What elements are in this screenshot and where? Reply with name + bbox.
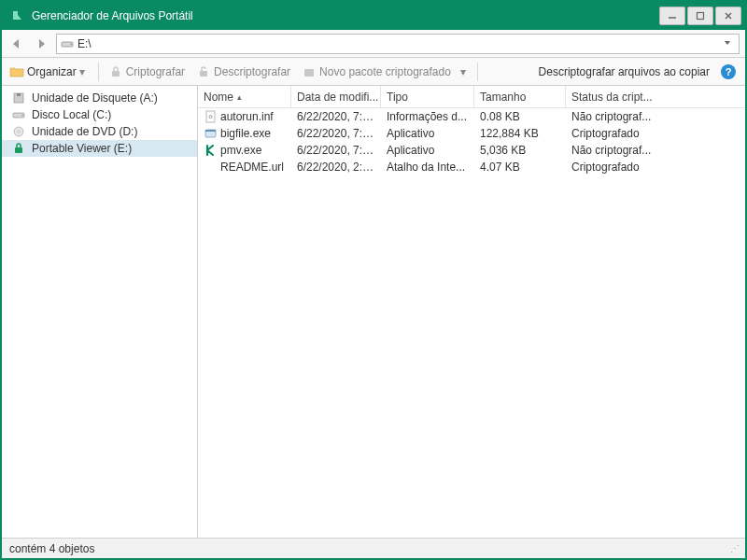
decrypt-on-copy-toggle[interactable]: Descriptografar arquivos ao copiar — [539, 65, 713, 78]
svg-point-12 — [21, 115, 23, 117]
file-row[interactable]: bigfile.exe 6/22/2020, 7:5... Aplicativo… — [198, 125, 745, 142]
file-size: 5,036 KB — [474, 144, 566, 157]
col-label: Nome — [204, 91, 233, 104]
organize-button[interactable]: Organizar ▾ — [7, 63, 91, 81]
decrypt-button[interactable]: Descriptografar — [194, 63, 292, 81]
file-type: Atalho da Inte... — [381, 161, 474, 174]
col-modified[interactable]: Data de modifi... — [291, 86, 381, 107]
file-row[interactable]: pmv.exe 6/22/2020, 7:5... Aplicativo 5,0… — [198, 142, 745, 159]
folder-icon — [9, 64, 24, 79]
divider — [477, 63, 478, 81]
svg-rect-6 — [112, 71, 120, 77]
path-text: E:\ — [78, 37, 720, 50]
file-size: 122,884 KB — [474, 127, 566, 140]
svg-rect-19 — [205, 130, 216, 132]
svg-rect-7 — [200, 71, 207, 77]
svg-rect-8 — [304, 69, 314, 77]
file-list: Nome ▴ Data de modifi... Tipo Tamanho St… — [198, 86, 745, 538]
status-text: contém 4 objetos — [9, 542, 94, 555]
unlock-icon — [196, 64, 211, 79]
tree-label: Unidade de DVD (D:) — [32, 125, 137, 138]
statusbar: contém 4 objetos ⋰ — [2, 538, 745, 558]
maximize-button[interactable] — [687, 7, 713, 25]
new-package-label: Novo pacote criptografado — [319, 65, 451, 78]
organize-label: Organizar — [27, 65, 77, 78]
svg-rect-10 — [17, 93, 21, 96]
inf-file-icon — [204, 110, 217, 123]
lock-icon — [108, 64, 123, 79]
address-bar[interactable]: E:\ — [56, 34, 740, 54]
file-modified: 6/22/2020, 7:5... — [291, 127, 381, 140]
url-file-icon — [204, 161, 217, 174]
svg-rect-16 — [206, 111, 215, 122]
address-dropdown[interactable] — [720, 37, 735, 50]
file-status: Criptografado — [566, 161, 678, 174]
floppy-icon — [11, 91, 26, 105]
file-size: 0.08 KB — [474, 110, 566, 123]
tree-item-floppy-a[interactable]: Unidade de Disquete (A:) — [2, 90, 197, 106]
file-modified: 6/22/2020, 7:5... — [291, 110, 381, 123]
svg-point-5 — [70, 43, 72, 45]
col-status[interactable]: Status da cript... — [566, 86, 678, 107]
file-type: Informações d... — [381, 110, 474, 123]
tree-label: Unidade de Disquete (A:) — [32, 91, 158, 105]
file-size: 4.07 KB — [474, 161, 566, 174]
file-modified: 6/22/2020, 2:4... — [291, 161, 381, 174]
package-icon — [302, 64, 317, 79]
back-button[interactable] — [7, 35, 28, 53]
tree-label: Disco Local (C:) — [32, 108, 111, 121]
file-type: Aplicativo — [381, 144, 474, 157]
exe-file-icon — [204, 127, 217, 140]
decrypt-label: Descriptografar — [214, 65, 290, 78]
k-exe-icon — [204, 144, 217, 157]
tree-item-dvd-d[interactable]: Unidade de DVD (D:) — [2, 123, 197, 140]
col-name[interactable]: Nome ▴ — [198, 86, 291, 107]
encrypt-label: Criptografar — [126, 65, 185, 78]
file-type: Aplicativo — [381, 127, 474, 140]
divider — [98, 63, 99, 81]
titlebar: Gerenciador de Arquivos Portátil — [2, 2, 745, 30]
new-package-button[interactable]: Novo pacote criptografado — [300, 63, 453, 81]
file-row[interactable]: README.url 6/22/2020, 2:4... Atalho da I… — [198, 159, 745, 175]
navbar: E:\ — [2, 30, 745, 58]
chevron-down-icon[interactable]: ▾ — [460, 65, 470, 78]
chevron-down-icon: ▾ — [79, 65, 89, 78]
app-icon — [9, 7, 26, 24]
dvd-icon — [11, 125, 26, 138]
drive-icon — [61, 37, 74, 50]
file-modified: 6/22/2020, 7:5... — [291, 144, 381, 157]
close-button[interactable] — [715, 7, 741, 25]
column-headers: Nome ▴ Data de modifi... Tipo Tamanho St… — [198, 86, 745, 108]
lock-drive-icon — [11, 142, 26, 155]
tree-item-disk-c[interactable]: Disco Local (C:) — [2, 106, 197, 123]
minimize-button[interactable] — [659, 7, 685, 25]
window-title: Gerenciador de Arquivos Portátil — [32, 9, 659, 22]
content-area: Unidade de Disquete (A:) Disco Local (C:… — [2, 86, 745, 538]
forward-button[interactable] — [32, 35, 52, 53]
sort-asc-icon: ▴ — [237, 92, 242, 102]
file-name: pmv.exe — [220, 144, 261, 157]
resize-grip[interactable]: ⋰ — [730, 543, 738, 553]
tree-label: Portable Viewer (E:) — [32, 142, 132, 155]
file-name: README.url — [220, 161, 284, 174]
file-status: Criptografado — [566, 127, 678, 140]
help-icon[interactable]: ? — [721, 64, 736, 79]
file-row[interactable]: autorun.inf 6/22/2020, 7:5... Informaçõe… — [198, 108, 745, 125]
window-controls — [659, 7, 741, 25]
list-body: autorun.inf 6/22/2020, 7:5... Informaçõe… — [198, 108, 745, 538]
file-status: Não criptograf... — [566, 110, 678, 123]
svg-rect-1 — [698, 13, 704, 20]
drive-tree: Unidade de Disquete (A:) Disco Local (C:… — [2, 86, 198, 538]
col-size[interactable]: Tamanho — [474, 86, 566, 107]
file-name: bigfile.exe — [220, 127, 271, 140]
col-type[interactable]: Tipo — [381, 86, 474, 107]
toolbar: Organizar ▾ Criptografar Descriptografar… — [2, 58, 745, 86]
file-status: Não criptograf... — [566, 144, 678, 157]
app-window: Gerenciador de Arquivos Portátil E:\ — [0, 0, 747, 560]
tree-item-portable-e[interactable]: Portable Viewer (E:) — [2, 140, 197, 157]
svg-rect-15 — [15, 147, 22, 153]
drive-icon — [11, 108, 26, 121]
svg-point-14 — [18, 131, 21, 133]
encrypt-button[interactable]: Criptografar — [106, 63, 187, 81]
file-name: autorun.inf — [220, 110, 274, 123]
